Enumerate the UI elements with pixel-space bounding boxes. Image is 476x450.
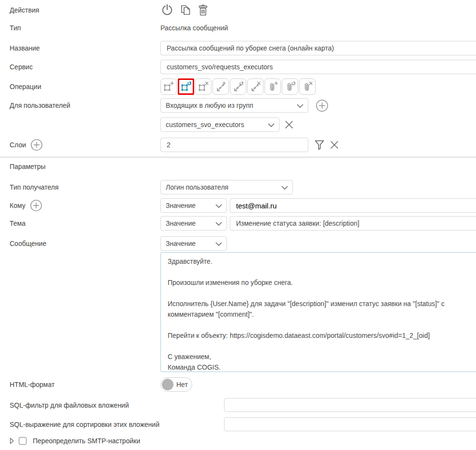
- chevron-down-icon: [215, 242, 222, 246]
- html-format-label: HTML-формат: [10, 381, 54, 388]
- vertex-delete-icon: [250, 81, 261, 92]
- copy-icon: [179, 4, 192, 16]
- parameters-header-row: Параметры: [0, 163, 476, 170]
- subject-label: Тема: [10, 219, 26, 227]
- for-users-label: Для пользователей: [10, 102, 70, 109]
- add-layer-button[interactable]: [30, 139, 43, 151]
- feature-delete-icon: [198, 81, 209, 92]
- message-mode-row: Сообщение Значение: [0, 236, 476, 251]
- to-mode-selected-value: Значение: [166, 202, 196, 209]
- chevron-down-icon: [215, 222, 222, 226]
- name-input[interactable]: [160, 41, 476, 55]
- html-format-row: HTML-формат Нет: [0, 377, 476, 392]
- user-group-row: customers_svo_executors: [0, 117, 476, 132]
- smtp-override-label: Переопределить SMTP-настройки: [33, 437, 140, 445]
- to-input[interactable]: [230, 198, 476, 213]
- sql-filter-input[interactable]: [224, 398, 476, 412]
- operations-row: Операции: [0, 78, 476, 95]
- user-group-select[interactable]: customers_svo_executors: [160, 117, 279, 132]
- vertex-create-icon: [215, 81, 226, 92]
- service-label: Сервис: [10, 63, 33, 71]
- smtp-override-checkbox[interactable]: [19, 437, 26, 445]
- actions-label: Действия: [10, 6, 39, 14]
- actions-row: Действия: [0, 3, 476, 17]
- layers-label: Слои: [10, 141, 26, 149]
- trash-icon: [197, 4, 209, 17]
- subject-row: Тема Значение: [0, 216, 476, 231]
- to-row: Кому Значение: [0, 198, 476, 213]
- service-input[interactable]: [160, 60, 476, 74]
- feature-create-icon: [163, 81, 174, 92]
- subject-mode-select[interactable]: Значение: [160, 216, 227, 231]
- recipient-type-label: Тип получателя: [10, 183, 59, 191]
- operations-toolbar: [160, 78, 316, 95]
- power-icon: [160, 3, 174, 17]
- chevron-down-icon: [297, 104, 304, 108]
- layers-input[interactable]: [160, 138, 308, 152]
- attachment-delete-button[interactable]: [299, 78, 316, 95]
- circle-plus-icon: [30, 199, 42, 212]
- for-users-select[interactable]: Входящих в любую из групп: [160, 98, 308, 113]
- clear-layers-button[interactable]: [330, 140, 339, 150]
- html-format-toggle[interactable]: Нет: [160, 377, 192, 392]
- sql-filter-row: SQL-фильтр для файловых вложений: [0, 398, 476, 412]
- for-users-row: Для пользователей Входящих в любую из гр…: [0, 98, 476, 113]
- sql-sort-label: SQL-выражение для сортировки этих вложен…: [10, 421, 159, 428]
- chevron-down-icon: [268, 123, 275, 127]
- power-button[interactable]: [160, 3, 174, 17]
- name-row: Название: [0, 41, 476, 55]
- chevron-down-icon: [281, 186, 288, 190]
- to-mode-select[interactable]: Значение: [160, 198, 227, 213]
- filter-funnel-icon: [314, 140, 325, 150]
- subject-input[interactable]: [230, 216, 476, 231]
- user-group-selected-value: customers_svo_executors: [166, 121, 244, 129]
- layer-filter-button[interactable]: [314, 140, 325, 150]
- recipient-type-select[interactable]: Логин пользователя: [160, 180, 293, 194]
- operations-label: Операции: [10, 83, 41, 90]
- type-value: Рассылка сообщений: [160, 24, 228, 32]
- to-label: Кому: [10, 202, 26, 209]
- feature-create-button[interactable]: [160, 78, 177, 95]
- attachment-create-button[interactable]: [264, 78, 281, 95]
- remove-user-group-button[interactable]: [284, 120, 294, 129]
- name-label: Название: [10, 44, 40, 52]
- message-textarea[interactable]: Здравствуйте. Произошли изменения по убо…: [160, 252, 476, 372]
- section-divider: [0, 157, 476, 157]
- sql-filter-label: SQL-фильтр для файловых вложений: [10, 401, 129, 409]
- toggle-knob-icon: [162, 379, 173, 390]
- circle-plus-icon: [316, 99, 329, 112]
- vertex-update-button[interactable]: [230, 78, 246, 95]
- recipient-type-row: Тип получателя Логин пользователя: [0, 180, 476, 194]
- service-row: Сервис: [0, 60, 476, 74]
- message-label: Сообщение: [10, 240, 46, 247]
- attachment-update-button[interactable]: [282, 78, 298, 95]
- expand-arrow-icon[interactable]: [10, 437, 14, 444]
- message-mode-selected-value: Значение: [166, 240, 196, 247]
- smtp-override-row: Переопределить SMTP-настройки: [0, 437, 476, 445]
- recipient-type-selected-value: Логин пользователя: [166, 183, 228, 191]
- close-icon: [284, 120, 294, 129]
- subject-mode-selected-value: Значение: [166, 219, 196, 227]
- chevron-down-icon: [215, 204, 222, 208]
- vertex-delete-button[interactable]: [247, 78, 264, 95]
- feature-update-icon: [180, 81, 192, 92]
- copy-button[interactable]: [179, 3, 192, 17]
- vertex-update-icon: [232, 81, 244, 92]
- trash-button[interactable]: [197, 3, 209, 17]
- close-icon: [330, 140, 339, 150]
- type-row: Тип Рассылка сообщений: [0, 24, 476, 32]
- vertex-create-button[interactable]: [212, 78, 229, 95]
- sql-sort-row: SQL-выражение для сортировки этих вложен…: [0, 417, 476, 431]
- mailing-settings-form: Действия: [0, 0, 476, 450]
- parameters-header: Параметры: [10, 163, 46, 170]
- add-user-group-button[interactable]: [316, 99, 329, 112]
- circle-plus-icon: [30, 139, 43, 151]
- feature-delete-button[interactable]: [195, 78, 212, 95]
- feature-update-button[interactable]: [178, 78, 194, 95]
- sql-sort-input[interactable]: [224, 417, 476, 431]
- type-label: Тип: [10, 24, 21, 32]
- attachment-delete-icon: [302, 81, 313, 92]
- add-recipient-button[interactable]: [30, 199, 42, 212]
- attachment-create-icon: [267, 81, 278, 92]
- message-mode-select[interactable]: Значение: [160, 236, 227, 251]
